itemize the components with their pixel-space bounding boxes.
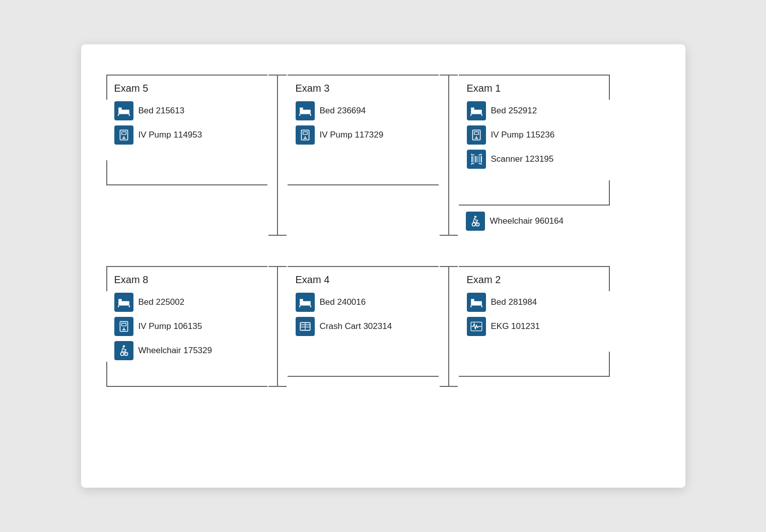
device-label: IV Pump 117329 [320,130,384,140]
device-row: Scanner 123195 [467,150,605,169]
svg-rect-5 [121,132,126,135]
bed-icon [114,101,133,120]
room-exam2: Exam 2 Bed 281984 EKG 10123 [459,266,610,377]
svg-point-50 [122,345,124,347]
device-label: EKG 101231 [491,321,540,331]
h-divider-2 [439,75,459,236]
svg-rect-23 [474,138,478,139]
divider-cap-bottom [268,235,287,236]
corner-tl [106,75,131,100]
svg-rect-15 [303,138,307,139]
svg-rect-16 [471,110,482,114]
top-border [131,266,267,267]
svg-rect-47 [121,323,126,326]
bed-svg [117,104,130,117]
svg-rect-17 [471,108,474,110]
wheelchair-icon [114,341,133,360]
room-content-exam3: Exam 3 Bed 236694 [288,75,439,158]
corner-br [585,352,610,377]
svg-rect-29 [480,156,481,163]
h-divider-3 [267,266,288,387]
device-label: Bed 215613 [138,106,185,116]
crash-cart-icon [296,317,315,336]
svg-rect-26 [475,156,476,163]
bottom-border [288,376,439,377]
corner-br [585,180,610,206]
svg-rect-54 [300,301,311,306]
room-title-exam3: Exam 3 [296,83,434,94]
bed-icon [296,101,315,120]
divider-cap-bottom [268,386,287,387]
corner-tr [585,266,610,291]
top-row: Exam 5 Bed 215613 [106,75,660,236]
top-border-line [288,75,439,76]
room-exam5: Exam 5 Bed 215613 [106,75,267,185]
wheelchair-svg [117,344,130,357]
device-label: IV Pump 106135 [138,321,202,331]
svg-rect-7 [122,138,125,139]
bed-svg [299,104,312,117]
device-label: Wheelchair 175329 [138,346,212,356]
room-exam4: Exam 4 Bed 240016 [288,266,439,377]
iv-pump-svg [117,320,130,333]
main-card: Exam 5 Bed 215613 [81,44,685,488]
bed-icon [467,293,486,312]
svg-rect-43 [118,299,122,301]
device-label: Bed 252912 [491,106,537,116]
device-label: Crash Cart 302314 [320,321,392,331]
svg-rect-62 [471,301,482,306]
device-row: Bed 215613 [114,101,262,120]
bed-svg [117,296,130,309]
svg-rect-13 [303,132,307,135]
iv-pump-svg [470,128,483,142]
svg-point-38 [474,216,476,218]
bed-svg [299,296,312,309]
bed-svg [470,296,483,309]
exam1-col: Exam 1 Bed 252912 [459,75,610,236]
svg-point-51 [120,352,124,356]
svg-rect-21 [474,132,478,135]
svg-rect-63 [471,299,474,301]
svg-rect-0 [118,110,129,114]
iv-pump-icon [467,125,486,145]
device-row: Crash Cart 302314 [296,317,434,336]
device-row: IV Pump 114953 [114,125,262,145]
device-row: EKG 101231 [467,317,605,336]
device-row: IV Pump 117329 [296,125,434,145]
bottom-border [459,205,585,206]
divider-cap-bottom [440,235,458,236]
corner-bl [106,362,131,387]
iv-pump-icon [114,317,133,336]
bottom-row: Exam 8 Bed 225002 [106,266,660,387]
svg-rect-9 [300,108,303,110]
room-exam1: Exam 1 Bed 252912 [459,75,610,206]
divider-cap-bottom [440,386,458,387]
svg-rect-8 [300,110,311,114]
device-label: Bed 240016 [320,297,366,307]
h-divider-4 [439,266,459,387]
room-exam3: Exam 3 Bed 236694 [288,75,439,185]
outside-device-row: Wheelchair 960164 [459,212,610,231]
device-row: Wheelchair 175329 [114,341,262,360]
scanner-svg [470,153,483,166]
bottom-border [131,386,267,387]
svg-rect-27 [477,156,478,163]
svg-rect-49 [122,329,125,330]
iv-pump-svg [117,128,130,142]
divider-line [277,267,278,386]
top-border-line [131,75,267,76]
corner-tl [106,266,131,291]
h-divider-1 [267,75,288,236]
bed-svg [470,104,483,117]
svg-rect-25 [473,156,474,163]
room-content-exam4: Exam 4 Bed 240016 [288,266,439,349]
device-label: Scanner 123195 [491,154,554,164]
iv-pump-svg [299,128,312,142]
wheelchair-icon [466,212,485,231]
svg-rect-24 [471,156,472,163]
divider-line [448,76,449,235]
crash-cart-svg [299,320,312,333]
iv-pump-icon [114,125,133,145]
device-row: IV Pump 115236 [467,125,605,145]
device-label: IV Pump 114953 [138,130,202,140]
